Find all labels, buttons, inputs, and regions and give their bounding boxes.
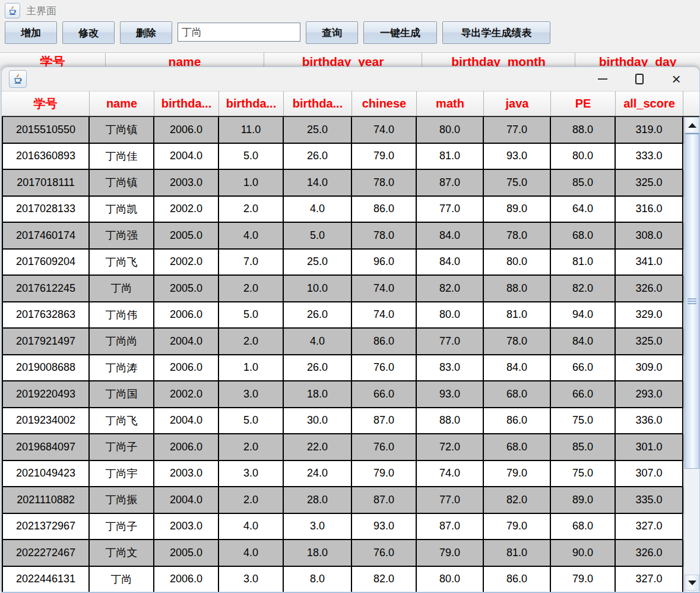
- scroll-up-button[interactable]: [685, 117, 699, 133]
- cell-all-score: 316.0: [616, 197, 683, 223]
- table-scrollbar[interactable]: [684, 117, 699, 592]
- table-row[interactable]: 2022446131 丁尚 2006.0 3.0 8.0 82.0 80.0 8…: [2, 567, 685, 592]
- header-cell-id[interactable]: 学号: [2, 91, 90, 116]
- table-row[interactable]: 2015510550 丁尚镇 2006.0 11.0 25.0 74.0 80.…: [2, 117, 685, 144]
- search-input[interactable]: [178, 23, 300, 42]
- table-row[interactable]: 2017460174 丁尚强 2005.0 4.0 5.0 78.0 84.0 …: [2, 223, 685, 250]
- cell-all-score: 301.0: [616, 434, 683, 461]
- table-row[interactable]: 2016360893 丁尚佳 2004.0 5.0 26.0 79.0 81.0…: [2, 144, 685, 171]
- header-cell-math[interactable]: math: [417, 91, 484, 116]
- cell-birthday-year: 2006.0: [154, 567, 219, 592]
- cell-math: 82.0: [417, 276, 484, 302]
- cell-birthday-year: 2002.0: [154, 197, 219, 223]
- cell-chinese: 96.0: [352, 250, 417, 276]
- cell-chinese: 66.0: [352, 381, 417, 408]
- table-row[interactable]: 2017028133 丁尚凯 2002.0 2.0 4.0 86.0 77.0 …: [2, 197, 685, 223]
- header-cell-birthday-year[interactable]: birthda...: [154, 91, 219, 116]
- cell-pe: 80.0: [551, 144, 616, 171]
- cell-chinese: 87.0: [352, 408, 417, 435]
- table-row[interactable]: 2017018111 丁尚镇 2003.0 1.0 14.0 78.0 87.0…: [2, 170, 685, 197]
- cell-birthday-day: 10.0: [284, 276, 352, 302]
- cell-chinese: 78.0: [352, 170, 417, 197]
- cell-birthday-month: 5.0: [219, 302, 284, 329]
- cell-math: 79.0: [417, 540, 484, 567]
- toolbar: 增加 修改 删除 查询 一键生成 导出学生成绩表: [0, 21, 700, 50]
- cell-name: 丁尚尚: [90, 329, 154, 355]
- table-row[interactable]: 2017921497 丁尚尚 2004.0 2.0 4.0 86.0 77.0 …: [2, 329, 685, 355]
- table-row[interactable]: 2019008688 丁尚涛 2006.0 1.0 26.0 76.0 83.0…: [2, 355, 685, 382]
- header-cell-java[interactable]: java: [484, 91, 551, 116]
- cell-birthday-year: 2004.0: [154, 329, 219, 355]
- cell-pe: 79.0: [551, 567, 616, 592]
- cell-birthday-day: 25.0: [284, 117, 352, 144]
- cell-name: 丁尚国: [90, 381, 154, 408]
- cell-birthday-year: 2006.0: [154, 117, 219, 144]
- cell-birthday-year: 2006.0: [154, 434, 219, 461]
- table-row[interactable]: 2022272467 丁尚文 2005.0 4.0 18.0 76.0 79.0…: [2, 540, 685, 567]
- cell-java: 81.0: [484, 540, 551, 567]
- header-cell-birthday-month[interactable]: birthda...: [219, 91, 284, 116]
- cell-java: 89.0: [484, 197, 551, 223]
- export-button[interactable]: 导出学生成绩表: [442, 21, 550, 44]
- table-row[interactable]: 2017632863 丁尚伟 2006.0 5.0 26.0 74.0 80.0…: [2, 302, 685, 329]
- cell-chinese: 76.0: [352, 355, 417, 382]
- cell-pe: 90.0: [551, 540, 616, 567]
- delete-button[interactable]: 删除: [120, 21, 172, 44]
- table-row[interactable]: 2019220493 丁尚国 2002.0 3.0 18.0 66.0 93.0…: [2, 381, 685, 408]
- cell-all-score: 326.0: [616, 540, 683, 567]
- header-cell-all-score[interactable]: all_score: [616, 91, 683, 116]
- cell-name: 丁尚镇: [90, 170, 154, 197]
- cell-pe: 66.0: [551, 381, 616, 408]
- header-cell-pe[interactable]: PE: [551, 91, 616, 116]
- scroll-track[interactable]: [685, 469, 699, 575]
- cell-pe: 89.0: [551, 487, 616, 514]
- cell-chinese: 87.0: [352, 487, 417, 514]
- header-cell-name[interactable]: name: [90, 91, 154, 116]
- header-cell-birthday-day[interactable]: birthda...: [284, 91, 352, 116]
- cell-math: 80.0: [417, 567, 484, 592]
- table-row[interactable]: 2017612245 丁尚 2005.0 2.0 10.0 74.0 82.0 …: [2, 276, 685, 302]
- modify-button[interactable]: 修改: [62, 21, 115, 44]
- generate-button[interactable]: 一键生成: [363, 21, 437, 44]
- cell-all-score: 325.0: [616, 329, 683, 355]
- cell-pe: 66.0: [551, 355, 616, 382]
- score-table-body: 2015510550 丁尚镇 2006.0 11.0 25.0 74.0 80.…: [2, 117, 685, 592]
- close-button[interactable]: ×: [658, 67, 695, 91]
- cell-birthday-year: 2005.0: [154, 223, 219, 250]
- cell-java: 88.0: [484, 276, 551, 302]
- table-row[interactable]: 2021372967 丁尚子 2003.0 4.0 3.0 93.0 87.0 …: [2, 514, 685, 541]
- window-title: 主界面: [26, 4, 56, 18]
- scroll-down-button[interactable]: [685, 575, 699, 591]
- cell-math: 87.0: [417, 170, 484, 197]
- table-row[interactable]: 2021110882 丁尚振 2004.0 2.0 28.0 87.0 77.0…: [2, 487, 685, 514]
- cell-birthday-day: 30.0: [284, 408, 352, 435]
- cell-student-id: 2021110882: [2, 487, 90, 514]
- maximize-button[interactable]: [621, 67, 658, 91]
- thumb-grip-icon: [688, 298, 696, 304]
- query-button[interactable]: 查询: [306, 21, 358, 44]
- cell-birthday-day: 14.0: [284, 170, 352, 197]
- table-row[interactable]: 2019684097 丁尚子 2006.0 2.0 22.0 76.0 72.0…: [2, 434, 685, 461]
- cell-birthday-month: 2.0: [219, 434, 284, 461]
- cell-student-id: 2019220493: [2, 381, 90, 408]
- minimize-button[interactable]: [584, 67, 621, 91]
- table-row[interactable]: 2017609204 丁尚飞 2002.0 7.0 25.0 96.0 84.0…: [2, 250, 685, 276]
- cell-student-id: 2015510550: [2, 117, 90, 144]
- cell-all-score: 325.0: [616, 170, 683, 197]
- table-row[interactable]: 2021049423 丁尚宇 2003.0 3.0 24.0 79.0 74.0…: [2, 461, 685, 488]
- header-cell-chinese[interactable]: chinese: [352, 91, 417, 116]
- cell-birthday-year: 2005.0: [154, 540, 219, 567]
- table-row[interactable]: 2019234002 丁尚飞 2004.0 5.0 30.0 87.0 88.0…: [2, 408, 685, 435]
- cell-java: 79.0: [484, 461, 551, 488]
- cell-birthday-year: 2005.0: [154, 276, 219, 302]
- cell-name: 丁尚飞: [90, 250, 154, 276]
- score-table-header: 学号 name birthda... birthda... birthda...…: [2, 91, 699, 117]
- cell-birthday-year: 2006.0: [154, 355, 219, 382]
- scroll-thumb[interactable]: [685, 133, 699, 469]
- cell-math: 81.0: [417, 144, 484, 171]
- cell-student-id: 2022446131: [2, 567, 90, 592]
- add-button[interactable]: 增加: [5, 21, 57, 44]
- cell-java: 80.0: [484, 250, 551, 276]
- cell-birthday-month: 2.0: [219, 276, 284, 302]
- cell-birthday-month: 3.0: [219, 381, 284, 408]
